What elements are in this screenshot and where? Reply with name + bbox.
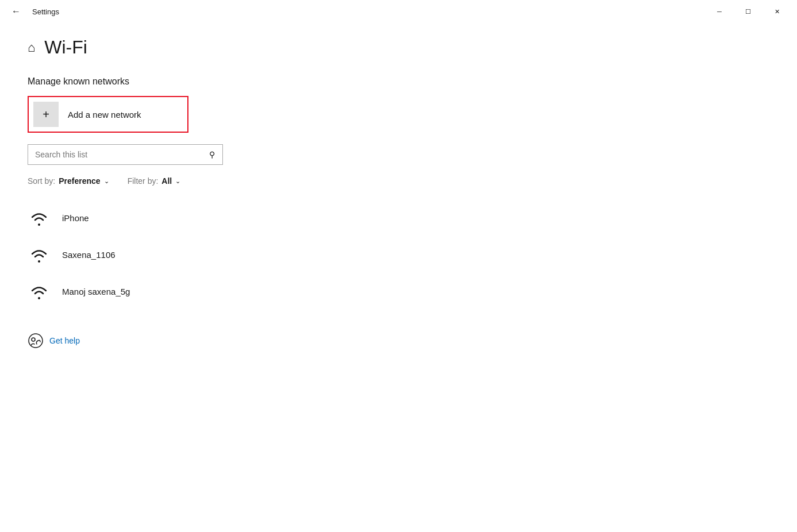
network-name-iphone: iPhone bbox=[62, 213, 89, 223]
title-bar-controls: ─ ☐ ✕ bbox=[706, 2, 790, 21]
search-container: ⚲ bbox=[28, 144, 223, 165]
main-content: ⌂ Wi-Fi Manage known networks + Add a ne… bbox=[0, 23, 797, 363]
wifi-icon-saxena1106 bbox=[28, 243, 51, 266]
section-title: Manage known networks bbox=[28, 76, 769, 87]
network-item-manojsaxena5g[interactable]: Manoj saxena_5g bbox=[28, 273, 769, 310]
search-input[interactable] bbox=[28, 150, 202, 159]
svg-point-1 bbox=[32, 338, 35, 341]
page-header: ⌂ Wi-Fi bbox=[28, 37, 769, 58]
network-item-iphone[interactable]: iPhone bbox=[28, 199, 769, 236]
sort-chevron-icon[interactable]: ⌄ bbox=[104, 178, 109, 185]
wifi-icon-iphone bbox=[28, 206, 51, 229]
add-network-label: Add a new network bbox=[68, 110, 141, 119]
maximize-button[interactable]: ☐ bbox=[735, 2, 761, 21]
minimize-button[interactable]: ─ bbox=[706, 2, 733, 21]
filter-label: Filter by: bbox=[128, 176, 159, 186]
home-icon: ⌂ bbox=[28, 40, 35, 55]
back-button[interactable]: ← bbox=[7, 2, 25, 21]
sort-group: Sort by: Preference ⌄ bbox=[28, 176, 109, 186]
title-bar-title: Settings bbox=[32, 7, 59, 16]
get-help-section[interactable]: Get help bbox=[28, 333, 769, 349]
filter-group: Filter by: All ⌄ bbox=[128, 176, 181, 186]
plus-icon: + bbox=[33, 102, 59, 127]
add-network-button[interactable]: + Add a new network bbox=[28, 96, 188, 133]
sort-value[interactable]: Preference bbox=[59, 176, 100, 186]
network-name-saxena1106: Saxena_1106 bbox=[62, 250, 115, 260]
search-icon: ⚲ bbox=[209, 150, 215, 159]
filter-value[interactable]: All bbox=[161, 176, 172, 186]
search-button[interactable]: ⚲ bbox=[202, 144, 222, 165]
network-list: iPhone Saxena_1106 Manoj s bbox=[28, 199, 769, 310]
network-name-manojsaxena5g: Manoj saxena_5g bbox=[62, 287, 130, 296]
sort-label: Sort by: bbox=[28, 176, 55, 186]
filter-chevron-icon[interactable]: ⌄ bbox=[175, 178, 180, 185]
help-icon bbox=[28, 333, 44, 349]
close-button[interactable]: ✕ bbox=[764, 2, 790, 21]
network-item-saxena1106[interactable]: Saxena_1106 bbox=[28, 236, 769, 273]
page-title: Wi-Fi bbox=[44, 37, 87, 58]
filters-row: Sort by: Preference ⌄ Filter by: All ⌄ bbox=[28, 176, 769, 186]
wifi-icon-manojsaxena5g bbox=[28, 280, 51, 303]
title-bar: ← Settings ─ ☐ ✕ bbox=[0, 0, 797, 23]
title-bar-left: ← Settings bbox=[7, 2, 59, 21]
get-help-link[interactable]: Get help bbox=[49, 336, 80, 345]
